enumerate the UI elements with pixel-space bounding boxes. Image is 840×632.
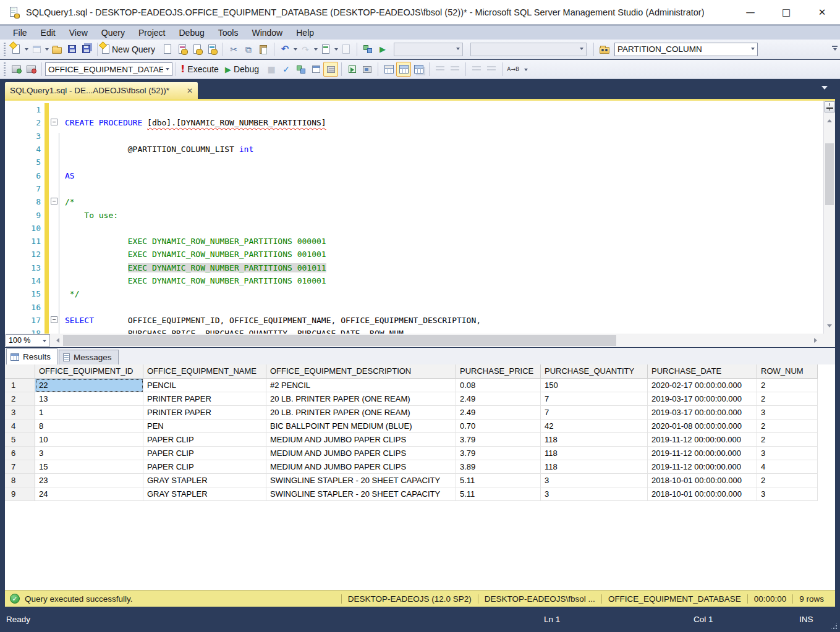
table-cell[interactable]: 3 [757,447,818,460]
table-cell[interactable]: 15 [35,460,143,474]
editor-vertical-scrollbar[interactable] [823,101,835,334]
code-text[interactable]: AS [60,171,75,180]
table-cell[interactable]: 3 [541,474,648,487]
new-query-button[interactable]: New Query [101,42,160,57]
new-item-button[interactable] [9,42,23,57]
minimize-button[interactable]: — [732,0,768,25]
table-cell[interactable]: 24 [35,487,143,501]
row-header[interactable]: 9 [5,487,35,501]
new-engine-query-button[interactable] [160,42,175,57]
scroll-right-arrow[interactable] [814,338,820,343]
cut-button[interactable]: ✂ [226,42,241,57]
code-text[interactable]: */ [60,289,79,298]
increase-indent-button[interactable] [484,62,499,77]
table-cell[interactable]: GRAY STAPLER [143,487,266,501]
table-cell[interactable]: 22 [35,379,143,392]
close-button[interactable]: ✕ [804,0,840,25]
menu-query[interactable]: Query [95,27,132,39]
estimated-plan-button[interactable] [294,62,308,77]
menu-debug[interactable]: Debug [172,27,211,39]
toolbar-overflow-button[interactable] [832,46,838,53]
table-cell[interactable]: 2 [757,433,818,447]
connect-button[interactable] [9,62,23,77]
table-cell[interactable]: 3 [757,406,818,419]
column-header[interactable]: PURCHASE_DATE [648,364,757,379]
table-cell[interactable]: 2.49 [456,406,541,419]
scroll-left-arrow[interactable] [54,338,59,343]
menu-project[interactable]: Project [132,27,172,39]
code-text[interactable]: PURCHASE_PRICE, PURCHASE_QUANTITY, PURCH… [60,329,404,334]
table-cell[interactable]: 8 [35,419,143,433]
table-cell[interactable]: 2018-10-01 00:00:00.000 [648,474,757,487]
activity-monitor-button[interactable] [360,42,375,57]
row-header[interactable]: 7 [5,460,35,474]
intellisense-toggle-button[interactable] [323,62,338,77]
vertical-scroll-track[interactable] [824,126,835,321]
row-header[interactable]: 4 [5,419,35,433]
table-cell[interactable]: 118 [541,433,648,447]
table-cell[interactable]: 7 [541,392,648,406]
table-cell[interactable]: 10 [35,433,143,447]
undo-caret[interactable] [294,48,297,53]
new-item-caret[interactable] [25,48,28,53]
column-header[interactable]: OFFICE_EQUIPMENT_NAME [143,364,266,379]
scroll-down-arrow[interactable] [827,324,832,330]
row-header[interactable]: 1 [5,379,35,392]
table-cell[interactable]: 3 [35,447,143,460]
table-cell[interactable]: 2019-11-12 00:00:00.000 [648,433,757,447]
new-mdx-query-button[interactable] [175,42,190,57]
code-text[interactable]: /* [60,197,75,206]
row-header[interactable]: 8 [5,474,35,487]
open-file-button[interactable] [49,42,64,57]
table-cell[interactable]: 2 [757,392,818,406]
table-cell[interactable]: 0.08 [456,379,541,392]
new-xmla-query-button[interactable] [205,42,219,57]
table-cell[interactable]: 2 [757,379,818,392]
table-cell[interactable]: 2020-01-08 00:00:00.000 [648,419,757,433]
table-cell[interactable]: 5.11 [456,487,541,501]
table-cell[interactable]: 2019-03-17 00:00:00.000 [648,392,757,406]
table-cell[interactable]: 5.11 [456,474,541,487]
table-cell[interactable]: 13 [35,392,143,406]
table-cell[interactable]: PRINTER PAPER [143,392,266,406]
redo-caret[interactable] [314,48,318,53]
table-cell[interactable]: MEDIUM AND JUMBO PAPER CLIPS [266,447,456,460]
table-cell[interactable]: 20 LB. PRINTER PAPER (ONE REAM) [266,406,456,419]
table-cell[interactable]: GRAY STAPLER [143,474,266,487]
template-parameters-button[interactable]: A→B [506,62,520,77]
column-header[interactable]: OFFICE_EQUIPMENT_DESCRIPTION [266,364,456,379]
code-text[interactable]: EXEC DYNAMIC_ROW_NUMBER_PARTITIONS 00101… [60,263,326,272]
table-cell[interactable]: 4 [757,460,818,474]
row-header[interactable]: 3 [5,406,35,419]
table-cell[interactable]: 3 [541,487,648,501]
code-text[interactable]: EXEC DYNAMIC_ROW_NUMBER_PARTITIONS 01000… [60,276,326,285]
table-cell[interactable]: 2019-11-12 00:00:00.000 [648,447,757,460]
table-cell[interactable]: 3 [757,487,818,501]
code-text[interactable]: @PARTITION_COLUMN_LIST int [60,145,253,154]
uncomment-button[interactable] [448,62,462,77]
debug-button[interactable]: ▶ Debug [224,62,264,77]
menu-tools[interactable]: Tools [211,27,245,39]
find-combo[interactable]: PARTITION_COLUMN [614,43,758,56]
redo-button[interactable]: ↷ [298,42,313,57]
debug-start-button[interactable]: ▶ [375,42,390,57]
column-header[interactable]: ROW_NUM [757,364,818,379]
toolbar2-overflow[interactable] [524,69,528,73]
new-dmx-query-button[interactable] [190,42,205,57]
debug-process-combo[interactable] [394,43,463,56]
fold-toggle-icon[interactable] [51,316,57,323]
undo-button[interactable]: ↶ [278,42,292,57]
save-button[interactable] [64,42,79,57]
code-text[interactable]: CREATE PROCEDURE [dbo].[DYNAMIC_ROW_NUMB… [60,118,326,127]
table-cell[interactable]: 150 [541,379,648,392]
debug-thread-combo[interactable] [470,43,587,56]
row-header[interactable]: 2 [5,392,35,406]
table-cell[interactable]: 0.70 [456,419,541,433]
table-cell[interactable]: 2 [757,419,818,433]
resize-grip[interactable] [830,622,838,630]
navigate-forward-button[interactable] [339,42,354,57]
code-text[interactable]: SELECT OFFICE_EQUIPMENT_ID, OFFICE_EQUIP… [60,316,481,325]
row-header[interactable]: 5 [5,433,35,447]
table-cell[interactable]: 2.49 [456,392,541,406]
query-options-button[interactable] [308,62,323,77]
